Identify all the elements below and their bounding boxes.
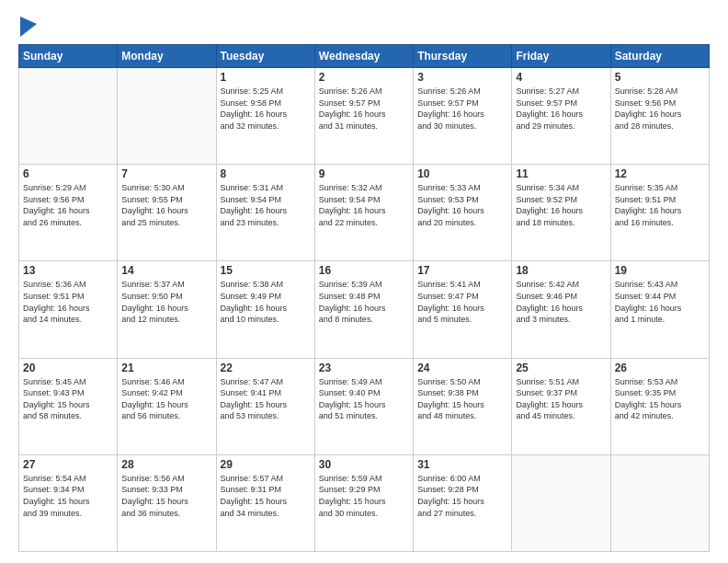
cell-info: Sunrise: 5:32 AM Sunset: 9:54 PM Dayligh…	[319, 182, 409, 228]
cell-info: Sunrise: 5:35 AM Sunset: 9:51 PM Dayligh…	[615, 182, 705, 228]
calendar-week-row: 6Sunrise: 5:29 AM Sunset: 9:56 PM Daylig…	[19, 165, 710, 261]
calendar-cell	[19, 68, 118, 165]
day-number: 3	[417, 71, 507, 84]
day-number: 18	[516, 264, 606, 277]
calendar-cell: 16Sunrise: 5:39 AM Sunset: 9:48 PM Dayli…	[314, 261, 413, 358]
cell-info: Sunrise: 5:54 AM Sunset: 9:34 PM Dayligh…	[23, 473, 113, 519]
day-number: 17	[417, 264, 507, 277]
logo	[18, 17, 37, 37]
day-number: 28	[121, 458, 211, 471]
calendar-cell: 9Sunrise: 5:32 AM Sunset: 9:54 PM Daylig…	[314, 165, 413, 261]
day-number: 24	[417, 362, 507, 374]
cell-info: Sunrise: 5:53 AM Sunset: 9:35 PM Dayligh…	[615, 376, 705, 422]
calendar-cell: 24Sunrise: 5:50 AM Sunset: 9:38 PM Dayli…	[414, 358, 512, 454]
day-number: 22	[221, 362, 311, 374]
calendar-week-row: 20Sunrise: 5:45 AM Sunset: 9:43 PM Dayli…	[19, 358, 710, 454]
day-number: 1	[221, 71, 311, 84]
day-number: 20	[23, 362, 113, 374]
calendar-cell: 30Sunrise: 5:59 AM Sunset: 9:29 PM Dayli…	[314, 454, 413, 551]
cell-info: Sunrise: 5:42 AM Sunset: 9:46 PM Dayligh…	[516, 279, 606, 325]
weekday-header: Monday	[118, 45, 216, 68]
day-number: 27	[23, 458, 113, 471]
cell-info: Sunrise: 6:00 AM Sunset: 9:28 PM Dayligh…	[417, 473, 507, 519]
calendar-cell: 21Sunrise: 5:46 AM Sunset: 9:42 PM Dayli…	[118, 358, 216, 454]
weekday-header: Wednesday	[314, 45, 413, 68]
day-number: 4	[516, 71, 606, 84]
day-number: 13	[23, 264, 113, 277]
day-number: 14	[121, 264, 211, 277]
calendar-header-row: SundayMondayTuesdayWednesdayThursdayFrid…	[19, 45, 710, 68]
calendar-cell: 26Sunrise: 5:53 AM Sunset: 9:35 PM Dayli…	[610, 358, 709, 454]
weekday-header: Tuesday	[216, 45, 314, 68]
day-number: 9	[319, 167, 409, 180]
day-number: 25	[516, 362, 606, 374]
day-number: 10	[417, 167, 507, 180]
calendar-cell: 28Sunrise: 5:56 AM Sunset: 9:33 PM Dayli…	[118, 454, 216, 551]
cell-info: Sunrise: 5:37 AM Sunset: 9:50 PM Dayligh…	[121, 279, 211, 325]
svg-marker-0	[20, 17, 37, 37]
day-number: 23	[319, 362, 409, 374]
calendar-cell: 13Sunrise: 5:36 AM Sunset: 9:51 PM Dayli…	[19, 261, 118, 358]
cell-info: Sunrise: 5:26 AM Sunset: 9:57 PM Dayligh…	[417, 86, 507, 132]
calendar-cell: 12Sunrise: 5:35 AM Sunset: 9:51 PM Dayli…	[610, 165, 709, 261]
calendar-body: 1Sunrise: 5:25 AM Sunset: 9:58 PM Daylig…	[19, 68, 710, 552]
calendar-cell: 11Sunrise: 5:34 AM Sunset: 9:52 PM Dayli…	[512, 165, 610, 261]
calendar-cell: 7Sunrise: 5:30 AM Sunset: 9:55 PM Daylig…	[118, 165, 216, 261]
day-number: 7	[121, 167, 211, 180]
day-number: 21	[121, 362, 211, 374]
calendar-cell: 31Sunrise: 6:00 AM Sunset: 9:28 PM Dayli…	[414, 454, 512, 551]
day-number: 16	[319, 264, 409, 277]
day-number: 5	[615, 71, 705, 84]
calendar-cell: 17Sunrise: 5:41 AM Sunset: 9:47 PM Dayli…	[414, 261, 512, 358]
cell-info: Sunrise: 5:56 AM Sunset: 9:33 PM Dayligh…	[121, 473, 211, 519]
cell-info: Sunrise: 5:25 AM Sunset: 9:58 PM Dayligh…	[221, 86, 311, 132]
calendar-cell: 8Sunrise: 5:31 AM Sunset: 9:54 PM Daylig…	[216, 165, 314, 261]
day-number: 30	[319, 458, 409, 471]
day-number: 15	[221, 264, 311, 277]
cell-info: Sunrise: 5:36 AM Sunset: 9:51 PM Dayligh…	[23, 279, 113, 325]
day-number: 11	[516, 167, 606, 180]
day-number: 2	[319, 71, 409, 84]
calendar-cell: 5Sunrise: 5:28 AM Sunset: 9:56 PM Daylig…	[610, 68, 709, 165]
cell-info: Sunrise: 5:34 AM Sunset: 9:52 PM Dayligh…	[516, 182, 606, 228]
calendar-cell	[610, 454, 709, 551]
header	[18, 17, 710, 37]
calendar-week-row: 13Sunrise: 5:36 AM Sunset: 9:51 PM Dayli…	[19, 261, 710, 358]
day-number: 6	[23, 167, 113, 180]
calendar-cell: 3Sunrise: 5:26 AM Sunset: 9:57 PM Daylig…	[414, 68, 512, 165]
day-number: 8	[221, 167, 311, 180]
calendar-cell: 10Sunrise: 5:33 AM Sunset: 9:53 PM Dayli…	[414, 165, 512, 261]
day-number: 19	[615, 264, 705, 277]
cell-info: Sunrise: 5:49 AM Sunset: 9:40 PM Dayligh…	[319, 376, 409, 422]
calendar-cell	[118, 68, 216, 165]
weekday-header: Friday	[512, 45, 610, 68]
cell-info: Sunrise: 5:43 AM Sunset: 9:44 PM Dayligh…	[615, 279, 705, 325]
logo-icon	[20, 17, 37, 37]
weekday-header: Thursday	[414, 45, 512, 68]
cell-info: Sunrise: 5:45 AM Sunset: 9:43 PM Dayligh…	[23, 376, 113, 422]
calendar-week-row: 1Sunrise: 5:25 AM Sunset: 9:58 PM Daylig…	[19, 68, 710, 165]
cell-info: Sunrise: 5:41 AM Sunset: 9:47 PM Dayligh…	[417, 279, 507, 325]
day-number: 26	[615, 362, 705, 374]
calendar-cell: 18Sunrise: 5:42 AM Sunset: 9:46 PM Dayli…	[512, 261, 610, 358]
cell-info: Sunrise: 5:31 AM Sunset: 9:54 PM Dayligh…	[221, 182, 311, 228]
cell-info: Sunrise: 5:29 AM Sunset: 9:56 PM Dayligh…	[23, 182, 113, 228]
cell-info: Sunrise: 5:28 AM Sunset: 9:56 PM Dayligh…	[615, 86, 705, 132]
calendar-cell: 6Sunrise: 5:29 AM Sunset: 9:56 PM Daylig…	[19, 165, 118, 261]
cell-info: Sunrise: 5:27 AM Sunset: 9:57 PM Dayligh…	[516, 86, 606, 132]
calendar-cell	[512, 454, 610, 551]
calendar-cell: 2Sunrise: 5:26 AM Sunset: 9:57 PM Daylig…	[314, 68, 413, 165]
cell-info: Sunrise: 5:33 AM Sunset: 9:53 PM Dayligh…	[417, 182, 507, 228]
calendar-week-row: 27Sunrise: 5:54 AM Sunset: 9:34 PM Dayli…	[19, 454, 710, 551]
cell-info: Sunrise: 5:51 AM Sunset: 9:37 PM Dayligh…	[516, 376, 606, 422]
calendar-cell: 1Sunrise: 5:25 AM Sunset: 9:58 PM Daylig…	[216, 68, 314, 165]
calendar-cell: 23Sunrise: 5:49 AM Sunset: 9:40 PM Dayli…	[314, 358, 413, 454]
cell-info: Sunrise: 5:38 AM Sunset: 9:49 PM Dayligh…	[221, 279, 311, 325]
calendar-cell: 19Sunrise: 5:43 AM Sunset: 9:44 PM Dayli…	[610, 261, 709, 358]
calendar-cell: 22Sunrise: 5:47 AM Sunset: 9:41 PM Dayli…	[216, 358, 314, 454]
weekday-header: Sunday	[19, 45, 118, 68]
calendar-cell: 14Sunrise: 5:37 AM Sunset: 9:50 PM Dayli…	[118, 261, 216, 358]
calendar-cell: 29Sunrise: 5:57 AM Sunset: 9:31 PM Dayli…	[216, 454, 314, 551]
day-number: 12	[615, 167, 705, 180]
calendar-cell: 20Sunrise: 5:45 AM Sunset: 9:43 PM Dayli…	[19, 358, 118, 454]
